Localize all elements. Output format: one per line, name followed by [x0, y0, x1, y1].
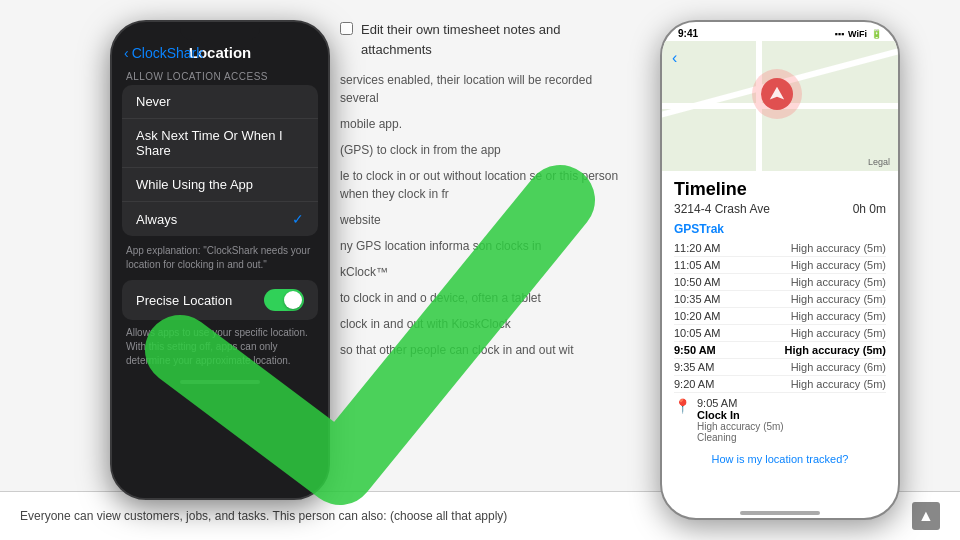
back-button[interactable]: ‹ ClockShark	[124, 45, 203, 61]
bg-text-2: mobile app.	[340, 115, 620, 133]
clock-in-details: 9:05 AM Clock In High accuracy (5m) Clea…	[697, 397, 784, 443]
map-area: ‹ Legal	[662, 41, 898, 171]
timeline-section: Timeline 3214-4 Crash Ave 0h 0m GPSTrak …	[662, 171, 898, 507]
time-950: 9:50 AM	[674, 344, 729, 356]
battery-icon: 🔋	[871, 29, 882, 39]
clock-in-block: 📍 9:05 AM Clock In High accuracy (5m) Cl…	[674, 393, 886, 447]
timeline-row-920: 9:20 AM High accuracy (5m)	[674, 376, 886, 393]
timeline-row-1005: 10:05 AM High accuracy (5m)	[674, 325, 886, 342]
precise-location-label: Precise Location	[136, 293, 232, 308]
svg-marker-0	[770, 87, 784, 100]
location-pin-icon	[768, 85, 786, 103]
location-menu-group: Never Ask Next Time Or When I Share Whil…	[122, 85, 318, 236]
gps-label: GPSTrak	[674, 222, 886, 236]
location-section-header: ALLOW LOCATION ACCESS	[112, 65, 328, 85]
timeline-row-1120: 11:20 AM High accuracy (5m)	[674, 240, 886, 257]
map-back-button[interactable]: ‹	[672, 49, 677, 67]
timeline-title: Timeline	[674, 179, 886, 200]
location-ask-next-label: Ask Next Time Or When I Share	[136, 128, 304, 158]
accuracy-920: High accuracy (5m)	[791, 378, 886, 390]
accuracy-1020: High accuracy (5m)	[791, 310, 886, 322]
precise-location-row[interactable]: Precise Location	[122, 280, 318, 320]
time-920: 9:20 AM	[674, 378, 729, 390]
accuracy-1005: High accuracy (5m)	[791, 327, 886, 339]
toggle-description: Allows apps to use your specific locatio…	[112, 326, 328, 374]
bg-text-13: clock in and out with KioskClock	[340, 315, 620, 333]
time-1035: 10:35 AM	[674, 293, 729, 305]
map-pin-inner	[761, 78, 793, 110]
how-tracked-link[interactable]: How is my location tracked?	[674, 447, 886, 471]
map-pin-circle	[752, 69, 802, 119]
back-label: ClockShark	[132, 45, 204, 61]
iphone-right: 9:41 ▪▪▪ WiFi 🔋 ‹ Legal Timeline 3214-4 …	[660, 20, 900, 520]
bg-text-6: website	[340, 211, 620, 229]
checkbox-row[interactable]: Edit their own timesheet notes and attac…	[340, 20, 620, 59]
footer-text: Everyone can view customers, jobs, and t…	[20, 509, 507, 523]
time-1005: 10:05 AM	[674, 327, 729, 339]
bg-text-14: so that other people can clock in and ou…	[340, 341, 620, 359]
time-1120: 11:20 AM	[674, 242, 729, 254]
precise-location-toggle[interactable]	[264, 289, 304, 311]
location-always-label: Always	[136, 212, 177, 227]
time-1050: 10:50 AM	[674, 276, 729, 288]
app-explanation: App explanation: "ClockShark needs your …	[112, 244, 328, 280]
timeline-row-1105: 11:05 AM High accuracy (5m)	[674, 257, 886, 274]
bg-text-1: services enabled, their location will be…	[340, 71, 620, 107]
time-1105: 11:05 AM	[674, 259, 729, 271]
iphone-left-notch	[180, 22, 260, 40]
timeline-row-950: 9:50 AM High accuracy (5m)	[674, 342, 886, 359]
iphone-right-home-indicator	[740, 511, 820, 515]
timeline-address-row: 3214-4 Crash Ave 0h 0m	[674, 202, 886, 216]
accuracy-1120: High accuracy (5m)	[791, 242, 886, 254]
checkbox-edit-timesheet[interactable]	[340, 22, 353, 35]
map-legal-label: Legal	[868, 157, 890, 167]
clock-in-job: Cleaning	[697, 432, 784, 443]
location-while-using-label: While Using the App	[136, 177, 253, 192]
clock-in-pin-icon: 📍	[674, 398, 691, 414]
signal-icon: ▪▪▪	[835, 29, 845, 39]
clock-in-label: Clock In	[697, 409, 784, 421]
wifi-icon: WiFi	[848, 29, 867, 39]
clock-in-time: 9:05 AM	[697, 397, 784, 409]
accuracy-1105: High accuracy (5m)	[791, 259, 886, 271]
checkmark-icon: ✓	[292, 211, 304, 227]
accuracy-1050: High accuracy (5m)	[791, 276, 886, 288]
status-icons: ▪▪▪ WiFi 🔋	[835, 28, 883, 39]
status-time: 9:41	[678, 28, 698, 39]
timeline-row-935: 9:35 AM High accuracy (6m)	[674, 359, 886, 376]
accuracy-1035: High accuracy (5m)	[791, 293, 886, 305]
iphone-left-header: ‹ ClockShark Location	[112, 40, 328, 65]
timeline-row-1050: 10:50 AM High accuracy (5m)	[674, 274, 886, 291]
accuracy-935: High accuracy (6m)	[791, 361, 886, 373]
time-935: 9:35 AM	[674, 361, 729, 373]
chevron-left-icon: ‹	[124, 45, 129, 61]
timeline-row-1035: 10:35 AM High accuracy (5m)	[674, 291, 886, 308]
scroll-button[interactable]: ▲	[912, 502, 940, 530]
checkbox-label: Edit their own timesheet notes and attac…	[361, 20, 620, 59]
location-never[interactable]: Never	[122, 85, 318, 119]
iphone-left: ‹ ClockShark Location ALLOW LOCATION ACC…	[110, 20, 330, 500]
location-always[interactable]: Always ✓	[122, 202, 318, 236]
bg-text-4: le to clock in or out without location s…	[340, 167, 620, 203]
timeline-address: 3214-4 Crash Ave	[674, 202, 770, 216]
timeline-row-1020: 10:20 AM High accuracy (5m)	[674, 308, 886, 325]
status-bar: 9:41 ▪▪▪ WiFi 🔋	[662, 22, 898, 41]
clock-in-accuracy: High accuracy (5m)	[697, 421, 784, 432]
location-while-using[interactable]: While Using the App	[122, 168, 318, 202]
bg-text-7: ny GPS location informa son clocks in	[340, 237, 620, 255]
iphone-left-home-indicator	[180, 380, 260, 384]
iphone-left-screen: ‹ ClockShark Location ALLOW LOCATION ACC…	[112, 40, 328, 498]
time-1020: 10:20 AM	[674, 310, 729, 322]
bg-text-9: kClock™	[340, 263, 620, 281]
timeline-duration: 0h 0m	[853, 202, 886, 216]
location-never-label: Never	[136, 94, 171, 109]
bg-text-10: to clock in and o device, often a tablet	[340, 289, 620, 307]
accuracy-950: High accuracy (5m)	[785, 344, 886, 356]
bg-text-3: (GPS) to clock in from the app	[340, 141, 620, 159]
location-ask-next[interactable]: Ask Next Time Or When I Share	[122, 119, 318, 168]
